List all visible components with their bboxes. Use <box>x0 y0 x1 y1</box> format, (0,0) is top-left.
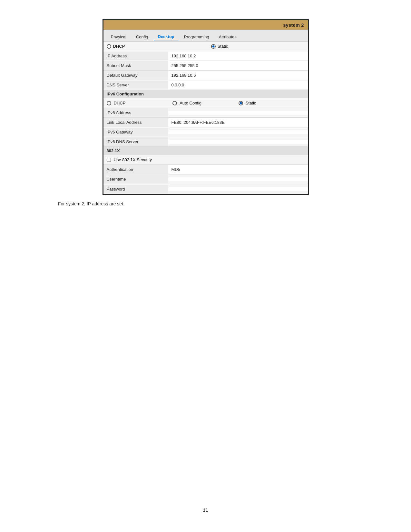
ipv6-gateway-label: IPv6 Gateway <box>103 128 168 136</box>
use-security-checkbox[interactable] <box>107 158 111 162</box>
tab-desktop[interactable]: Desktop <box>154 32 179 41</box>
password-label: Password <box>103 185 168 193</box>
ipv6-static-option[interactable]: Static <box>239 101 305 105</box>
ipv6-dns-server-value[interactable] <box>168 140 308 144</box>
subnet-mask-label: Subnet Mask <box>103 61 168 70</box>
page-container: system 2 Physical Config Desktop Program… <box>0 0 411 532</box>
ip-address-value[interactable]: 192.168.10.2 <box>168 52 308 60</box>
security-section-header: 802.1X <box>103 147 308 155</box>
username-row: Username <box>103 174 308 184</box>
ipv6-dhcp-label: DHCP <box>114 101 126 105</box>
use-security-label: Use 802.1X Security <box>114 157 152 162</box>
tab-programming[interactable]: Programming <box>180 33 213 41</box>
ipv6-static-label: Static <box>246 101 256 105</box>
ipv6-autoconfig-radio[interactable] <box>172 101 177 105</box>
ipv6-address-label: IPv6 Address <box>103 108 168 117</box>
ipv6-mode-row: DHCP Auto Config Static <box>103 98 308 108</box>
default-gateway-value[interactable]: 192.168.10.6 <box>168 71 308 80</box>
ipv6-address-value[interactable] <box>168 111 308 115</box>
window-frame: system 2 Physical Config Desktop Program… <box>103 19 309 195</box>
ipv6-gateway-row: IPv6 Gateway <box>103 127 308 137</box>
tab-physical[interactable]: Physical <box>107 33 131 41</box>
tab-config[interactable]: Config <box>132 33 152 41</box>
use-security-row[interactable]: Use 802.1X Security <box>103 155 308 165</box>
password-row: Password <box>103 184 308 194</box>
dns-server-label: DNS Server <box>103 81 168 89</box>
subnet-mask-value[interactable]: 255.255.255.0 <box>168 61 308 70</box>
password-value[interactable] <box>168 187 308 191</box>
ipv4-static-label: Static <box>218 44 228 49</box>
ipv6-gateway-value[interactable] <box>168 130 308 134</box>
authentication-value[interactable]: MD5 <box>168 165 308 174</box>
ipv6-autoconfig-label: Auto Config <box>180 101 201 105</box>
ipv6-section-header: IPv6 Configuration <box>103 90 308 98</box>
tabs-bar: Physical Config Desktop Programming Attr… <box>103 30 308 42</box>
window-body: DHCP Static IP Address 192.168.10.2 Subn… <box>103 42 308 194</box>
username-label: Username <box>103 175 168 183</box>
default-gateway-row: Default Gateway 192.168.10.6 <box>103 71 308 80</box>
authentication-row: Authentication MD5 <box>103 165 308 174</box>
ipv4-dhcp-radio[interactable] <box>107 44 111 49</box>
ipv4-static-option[interactable]: Static <box>211 44 228 49</box>
ip-address-label: IP Address <box>103 52 168 60</box>
ipv6-dns-server-row: IPv6 DNS Server <box>103 137 308 147</box>
ipv4-dhcp-option[interactable]: DHCP <box>107 44 125 49</box>
default-gateway-label: Default Gateway <box>103 71 168 80</box>
dns-server-value[interactable]: 0.0.0.0 <box>168 81 308 89</box>
ipv6-dns-server-label: IPv6 DNS Server <box>103 137 168 146</box>
window-title: system 2 <box>283 22 304 28</box>
authentication-label: Authentication <box>103 165 168 174</box>
window-titlebar: system 2 <box>103 20 308 30</box>
ipv4-mode-row: DHCP Static <box>103 42 308 51</box>
ipv4-static-radio[interactable] <box>211 44 216 49</box>
page-number: 11 <box>203 498 208 519</box>
ipv6-static-radio[interactable] <box>239 101 243 105</box>
subnet-mask-row: Subnet Mask 255.255.255.0 <box>103 61 308 71</box>
ipv6-dhcp-option[interactable]: DHCP <box>107 101 173 105</box>
ipv6-address-row: IPv6 Address <box>103 108 308 118</box>
link-local-address-row: Link Local Address FE80::204:9AFF:FEE6:1… <box>103 118 308 127</box>
link-local-address-label: Link Local Address <box>103 118 168 127</box>
dns-server-row: DNS Server 0.0.0.0 <box>103 80 308 90</box>
link-local-address-value: FE80::204:9AFF:FEE6:183E <box>168 118 308 127</box>
ipv6-dhcp-radio[interactable] <box>107 101 111 105</box>
ipv6-autoconfig-option[interactable]: Auto Config <box>172 101 239 105</box>
ip-address-row: IP Address 192.168.10.2 <box>103 51 308 61</box>
caption-text: For system 2, IP address are set. <box>0 201 124 206</box>
tab-attributes[interactable]: Attributes <box>215 33 241 41</box>
username-value[interactable] <box>168 177 308 181</box>
ipv4-dhcp-label: DHCP <box>113 44 125 49</box>
